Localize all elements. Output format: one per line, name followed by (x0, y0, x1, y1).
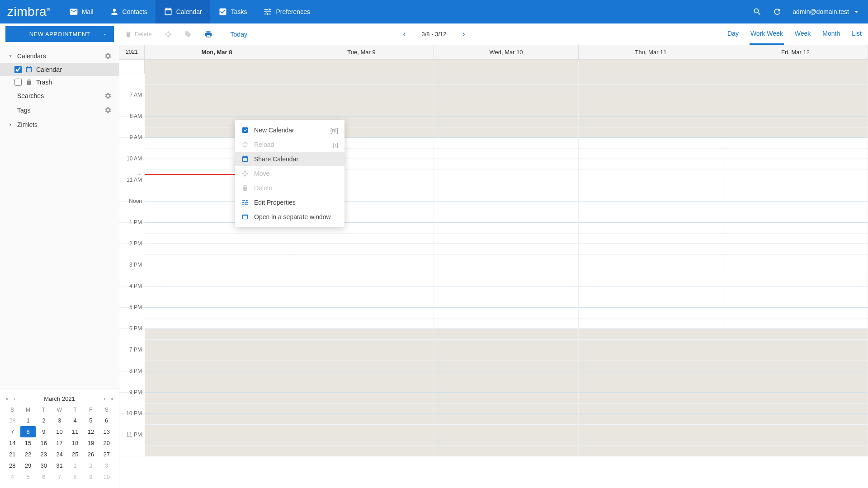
mini-cal-day[interactable]: 15 (20, 437, 36, 449)
nav-mail[interactable]: Mail (61, 0, 102, 23)
hour-cell[interactable] (289, 393, 434, 414)
mini-cal-day[interactable]: 1 (67, 460, 83, 471)
hour-cell[interactable] (145, 435, 289, 456)
calendar-checkbox[interactable] (14, 79, 22, 86)
nav-preferences[interactable]: Preferences (255, 0, 318, 23)
hour-cell[interactable] (723, 117, 868, 138)
view-tab-day[interactable]: Day (726, 23, 740, 45)
hour-cell[interactable] (723, 244, 868, 265)
mini-cal-day[interactable]: 10 (99, 471, 114, 483)
hour-cell[interactable] (723, 180, 868, 202)
hour-cell[interactable] (723, 393, 868, 414)
mini-cal-day[interactable]: 17 (52, 437, 67, 449)
nav-contacts[interactable]: Contacts (102, 0, 156, 23)
nav-tasks[interactable]: Tasks (210, 0, 255, 23)
mini-cal-day[interactable]: 3 (99, 460, 114, 471)
view-tab-work-week[interactable]: Work Week (750, 23, 784, 45)
hour-cell[interactable] (289, 308, 434, 329)
hour-cell[interactable] (434, 329, 578, 350)
hour-cell[interactable] (579, 95, 723, 117)
mini-cal-day[interactable]: 28 (5, 415, 20, 426)
hour-cell[interactable] (289, 414, 434, 435)
prev-year-icon[interactable] (5, 397, 9, 401)
tags-section-header[interactable]: Tags (0, 103, 119, 117)
hour-cell[interactable] (723, 138, 868, 159)
refresh-icon[interactable] (773, 7, 782, 16)
mini-cal-day[interactable]: 10 (52, 426, 67, 437)
hour-cell[interactable] (723, 350, 868, 371)
mini-cal-day[interactable]: 14 (5, 437, 20, 449)
mini-cal-day[interactable]: 26 (83, 449, 99, 460)
zimlets-section-header[interactable]: Zimlets (0, 117, 119, 132)
mini-cal-day[interactable]: 11 (67, 426, 83, 437)
sidebar-item-calendar[interactable]: Calendar (0, 63, 119, 76)
hour-cell[interactable] (434, 371, 578, 393)
hour-cell[interactable] (145, 308, 289, 329)
view-tab-list[interactable]: List (851, 23, 863, 45)
mini-cal-day[interactable]: 25 (67, 449, 83, 460)
hour-cell[interactable] (145, 244, 289, 265)
hour-cell[interactable] (434, 95, 578, 117)
next-week-icon[interactable] (460, 31, 467, 38)
hour-cell[interactable] (579, 350, 723, 371)
hour-cell[interactable] (579, 74, 723, 95)
mini-cal-day[interactable]: 19 (83, 437, 99, 449)
move-icon[interactable] (165, 31, 172, 38)
hour-cell[interactable] (289, 286, 434, 308)
ctx-open-in-a-separate-window[interactable]: Open in a separate window (235, 210, 344, 224)
hour-cell[interactable] (579, 329, 723, 350)
hour-cell[interactable] (579, 371, 723, 393)
mini-cal-day[interactable]: 31 (52, 460, 67, 471)
mini-cal-day[interactable]: 21 (5, 449, 20, 460)
mini-cal-day[interactable]: 6 (36, 471, 52, 483)
ctx-share-calendar[interactable]: Share Calendar (235, 152, 344, 166)
mini-cal-day[interactable]: 4 (67, 415, 83, 426)
calendars-section-header[interactable]: Calendars (0, 49, 119, 63)
hour-cell[interactable] (723, 74, 868, 95)
hour-cell[interactable] (434, 435, 578, 456)
calendar-body[interactable]: 7 AM8 AM9 AM10 AM11 AMNoon1 PM2 PM3 PM4 … (119, 74, 868, 488)
mini-cal-day[interactable]: 7 (5, 426, 20, 437)
hour-cell[interactable] (145, 95, 289, 117)
mini-cal-day[interactable]: 2 (36, 415, 52, 426)
hour-cell[interactable] (723, 223, 868, 244)
next-year-icon[interactable] (110, 397, 114, 401)
calendar-checkbox[interactable] (14, 66, 22, 73)
hour-cell[interactable] (579, 286, 723, 308)
hour-cell[interactable] (723, 329, 868, 350)
mini-cal-day[interactable]: 18 (67, 437, 83, 449)
tag-icon[interactable] (184, 31, 192, 38)
hour-cell[interactable] (145, 371, 289, 393)
day-header[interactable]: Tue, Mar 9 (289, 45, 434, 59)
day-header[interactable]: Mon, Mar 8 (145, 45, 289, 59)
hour-cell[interactable] (145, 393, 289, 414)
mini-cal-day[interactable]: 5 (83, 415, 99, 426)
gear-icon[interactable] (104, 52, 112, 60)
next-month-icon[interactable] (103, 397, 107, 401)
mini-cal-day[interactable]: 6 (99, 415, 114, 426)
hour-cell[interactable] (434, 138, 578, 159)
ctx-new-calendar[interactable]: New Calendar[nl] (235, 123, 344, 137)
hour-cell[interactable] (145, 286, 289, 308)
hour-cell[interactable] (289, 371, 434, 393)
hour-cell[interactable] (723, 414, 868, 435)
hour-cell[interactable] (434, 286, 578, 308)
mini-cal-day[interactable]: 1 (20, 415, 36, 426)
mini-cal-day[interactable]: 8 (67, 471, 83, 483)
delete-button[interactable]: Delete (125, 31, 152, 38)
mini-cal-day[interactable]: 29 (20, 460, 36, 471)
hour-cell[interactable] (289, 435, 434, 456)
ctx-edit-properties[interactable]: Edit Properties (235, 195, 344, 210)
prev-week-icon[interactable] (401, 31, 408, 38)
hour-cell[interactable] (289, 350, 434, 371)
mini-cal-day[interactable]: 7 (52, 471, 67, 483)
hour-cell[interactable] (579, 138, 723, 159)
today-button[interactable]: Today (231, 31, 247, 38)
hour-cell[interactable] (579, 414, 723, 435)
hour-cell[interactable] (289, 95, 434, 117)
mini-cal-day[interactable]: 16 (36, 437, 52, 449)
day-header[interactable]: Thu, Mar 11 (579, 45, 723, 59)
print-icon[interactable] (204, 30, 212, 38)
mini-cal-day[interactable]: 4 (5, 471, 20, 483)
mini-cal-day[interactable]: 13 (99, 426, 114, 437)
